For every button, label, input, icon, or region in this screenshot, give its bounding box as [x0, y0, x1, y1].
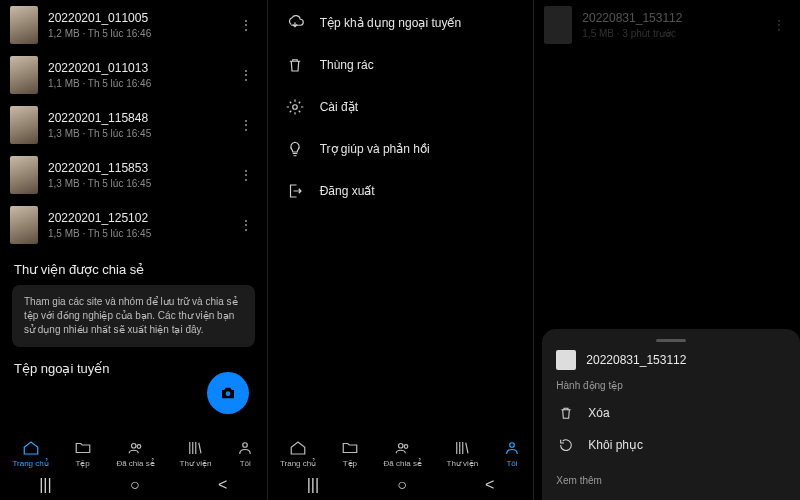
file-row[interactable]: 20220201_011005 1,2 MB · Th 5 lúc 16:46 …: [0, 0, 267, 50]
offline-icon: [286, 14, 304, 32]
file-meta: 1,5 MB · 3 phút trước: [582, 28, 758, 39]
trash-icon: [286, 56, 304, 74]
back-key[interactable]: <: [485, 476, 494, 494]
more-icon[interactable]: ⋮: [235, 117, 257, 133]
more-icon[interactable]: ⋮: [235, 217, 257, 233]
action-delete[interactable]: Xóa: [556, 397, 786, 429]
file-thumbnail: [556, 350, 576, 370]
file-list: 20220201_011005 1,2 MB · Th 5 lúc 16:46 …: [0, 0, 267, 250]
back-key[interactable]: <: [218, 476, 227, 494]
shared-libraries-tip: Tham gia các site và nhóm để lưu trữ và …: [12, 285, 255, 347]
tab-label: Trang chủ: [280, 459, 316, 468]
menu-label: Tệp khả dụng ngoại tuyến: [320, 16, 461, 30]
home-key[interactable]: ○: [130, 476, 140, 494]
menu-offline-files[interactable]: Tệp khả dụng ngoại tuyến: [268, 2, 534, 44]
tab-shared[interactable]: Đã chia sẻ: [116, 439, 154, 468]
tab-home[interactable]: Trang chủ: [280, 439, 316, 468]
svg-point-6: [404, 445, 408, 449]
tab-files[interactable]: Tệp: [341, 439, 359, 468]
recents-key[interactable]: |||: [307, 476, 319, 494]
android-navbar: ||| ○ <: [268, 470, 534, 500]
camera-icon: [219, 384, 237, 402]
home-icon: [22, 439, 40, 457]
file-thumbnail: [10, 206, 38, 244]
file-thumbnail: [10, 56, 38, 94]
tab-me[interactable]: Tôi: [236, 439, 254, 468]
settings-menu: Tệp khả dụng ngoại tuyến Thùng rác Cài đ…: [268, 0, 534, 212]
menu-label: Đăng xuất: [320, 184, 375, 198]
folder-icon: [341, 439, 359, 457]
tab-label: Thư viện: [447, 459, 479, 468]
folder-icon: [74, 439, 92, 457]
file-thumbnail: [10, 156, 38, 194]
sheet-file-name: 20220831_153112: [586, 353, 686, 367]
svg-point-1: [131, 444, 136, 449]
tab-files[interactable]: Tệp: [74, 439, 92, 468]
panel-menu: Tệp khả dụng ngoại tuyến Thùng rác Cài đ…: [267, 0, 534, 500]
people-icon: [394, 439, 412, 457]
person-icon: [503, 439, 521, 457]
tab-label: Tệp: [75, 459, 89, 468]
shared-libraries-title: Thư viện được chia sẻ: [0, 250, 267, 285]
menu-trash[interactable]: Thùng rác: [268, 44, 534, 86]
file-meta: 1,1 MB · Th 5 lúc 16:46: [48, 78, 225, 89]
svg-point-5: [398, 444, 403, 449]
tab-label: Tôi: [240, 459, 251, 468]
tab-library[interactable]: Thư viện: [447, 439, 479, 468]
file-name: 20220831_153112: [582, 11, 758, 25]
sheet-section-label: Hành động tệp: [556, 380, 786, 391]
action-restore[interactable]: Khôi phục: [556, 429, 786, 461]
tab-me[interactable]: Tôi: [503, 439, 521, 468]
sheet-header: 20220831_153112: [556, 350, 786, 370]
panel-file-list: 20220201_011005 1,2 MB · Th 5 lúc 16:46 …: [0, 0, 267, 500]
file-row[interactable]: 20220201_011013 1,1 MB · Th 5 lúc 16:46 …: [0, 50, 267, 100]
camera-fab[interactable]: [207, 372, 249, 414]
sheet-handle[interactable]: [656, 339, 686, 342]
more-icon[interactable]: ⋮: [768, 17, 790, 33]
menu-help[interactable]: Trợ giúp và phản hồi: [268, 128, 534, 170]
menu-logout[interactable]: Đăng xuất: [268, 170, 534, 212]
bottom-sheet: 20220831_153112 Hành động tệp Xóa Khôi p…: [542, 329, 800, 500]
restore-icon: [558, 437, 574, 453]
panel-file-actions: 20220831_153112 1,5 MB · 3 phút trước ⋮ …: [533, 0, 800, 500]
file-name: 20220201_011005: [48, 11, 225, 25]
tab-label: Tệp: [343, 459, 357, 468]
file-name: 20220201_115853: [48, 161, 225, 175]
tab-label: Đã chia sẻ: [116, 459, 154, 468]
svg-point-7: [510, 443, 515, 448]
home-key[interactable]: ○: [397, 476, 407, 494]
file-thumbnail: [10, 6, 38, 44]
more-icon[interactable]: ⋮: [235, 67, 257, 83]
tab-shared[interactable]: Đã chia sẻ: [384, 439, 422, 468]
recents-key[interactable]: |||: [39, 476, 51, 494]
tab-home[interactable]: Trang chủ: [12, 439, 48, 468]
action-label: Xóa: [588, 406, 609, 420]
file-name: 20220201_011013: [48, 61, 225, 75]
file-thumbnail: [544, 6, 572, 44]
tab-label: Trang chủ: [12, 459, 48, 468]
menu-label: Thùng rác: [320, 58, 374, 72]
logout-icon: [286, 182, 304, 200]
svg-point-2: [137, 445, 141, 449]
file-row[interactable]: 20220201_115848 1,3 MB · Th 5 lúc 16:45 …: [0, 100, 267, 150]
tab-library[interactable]: Thư viện: [180, 439, 212, 468]
file-row[interactable]: 20220201_115853 1,3 MB · Th 5 lúc 16:45 …: [0, 150, 267, 200]
tab-label: Tôi: [506, 459, 517, 468]
svg-point-0: [225, 391, 230, 396]
file-row[interactable]: 20220201_125102 1,5 MB · Th 5 lúc 16:45 …: [0, 200, 267, 250]
library-icon: [453, 439, 471, 457]
menu-label: Trợ giúp và phản hồi: [320, 142, 430, 156]
menu-settings[interactable]: Cài đặt: [268, 86, 534, 128]
more-icon[interactable]: ⋮: [235, 167, 257, 183]
more-icon[interactable]: ⋮: [235, 17, 257, 33]
svg-point-3: [243, 443, 248, 448]
sheet-section-label: Xem thêm: [556, 475, 786, 486]
tab-label: Thư viện: [180, 459, 212, 468]
menu-label: Cài đặt: [320, 100, 358, 114]
tab-label: Đã chia sẻ: [384, 459, 422, 468]
person-icon: [236, 439, 254, 457]
android-navbar: ||| ○ <: [0, 470, 267, 500]
file-name: 20220201_115848: [48, 111, 225, 125]
file-meta: 1,3 MB · Th 5 lúc 16:45: [48, 178, 225, 189]
action-label: Khôi phục: [588, 438, 643, 452]
